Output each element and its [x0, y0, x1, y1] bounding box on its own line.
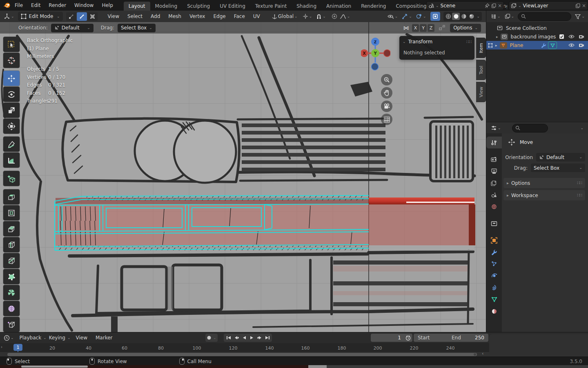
menu-vertex[interactable]: Vertex — [185, 11, 209, 22]
snap-toggle[interactable]: ⌄ — [315, 12, 327, 21]
spin-tool-button[interactable] — [3, 285, 20, 300]
chevron-down-icon[interactable]: ⌄ — [580, 126, 584, 130]
show-overlays-dropdown[interactable]: ⌄ — [415, 12, 428, 21]
menu-marker[interactable]: Marker — [91, 332, 116, 343]
preview-range-toggle[interactable] — [403, 334, 412, 342]
tab-physics[interactable] — [486, 270, 502, 282]
transform-orientation-dropdown[interactable]: Global ⌄ — [271, 12, 299, 21]
knife-tool-button[interactable] — [3, 253, 20, 268]
new-scene-icon[interactable] — [491, 3, 496, 8]
menu-add[interactable]: Add — [147, 11, 164, 22]
timeline-scrollbar[interactable] — [7, 353, 477, 356]
tab-constraints[interactable] — [486, 282, 502, 294]
menu-view[interactable]: View — [104, 11, 123, 22]
object-visibility-dropdown[interactable]: ⌄ — [386, 12, 399, 21]
options-dropdown[interactable]: Options ⌄ — [450, 24, 481, 32]
cursor-tool-button[interactable] — [3, 53, 20, 68]
mirror-icon[interactable]: ⋈ — [403, 25, 409, 31]
close-icon[interactable]: × — [498, 3, 502, 9]
mode-dropdown[interactable]: Edit Mode ⌄ — [18, 12, 63, 21]
workspace-tab-texture-paint[interactable]: Texture Paint — [250, 2, 292, 11]
tab-material[interactable] — [486, 305, 502, 317]
menu-face[interactable]: Face — [230, 11, 249, 22]
navigation-gizmo[interactable]: Z X Y — [361, 37, 390, 74]
workspace-panel-header[interactable]: ▸ Workspace ∷∷ — [503, 190, 585, 200]
disclosure-icon[interactable]: ▸ — [496, 35, 498, 39]
view-layer-selector[interactable]: ⌄ ViewLayer × — [509, 1, 588, 10]
rendered-shading-button[interactable] — [468, 13, 475, 20]
expand-region-arrow[interactable]: › — [1, 345, 2, 349]
menu-window[interactable]: Window — [70, 0, 98, 11]
solid-shading-button[interactable] — [452, 13, 460, 20]
orientation-dropdown[interactable]: Default ⌄ — [536, 153, 585, 162]
vertex-select-button[interactable] — [66, 12, 76, 21]
face-select-button[interactable] — [87, 12, 98, 21]
pan-hand-button[interactable] — [381, 87, 392, 99]
zoom-button[interactable] — [381, 74, 392, 85]
play-button[interactable] — [248, 334, 256, 341]
mirror-y-button[interactable]: Y — [420, 24, 427, 32]
menu-edit[interactable]: Edit — [27, 0, 45, 11]
properties-search-input[interactable] — [512, 124, 548, 132]
outliner-row-scene-collection[interactable]: Scene Collection — [486, 24, 588, 32]
workspace-tab-uv-editing[interactable]: UV Editing — [215, 2, 250, 11]
orthographic-grid-button[interactable] — [381, 114, 392, 125]
tab-particles[interactable] — [486, 258, 502, 270]
drag-dropdown[interactable]: Select Box ⌄ — [531, 164, 585, 172]
menu-keying[interactable]: Keying⌄ — [48, 333, 72, 342]
timeline-editor-dropdown[interactable]: ⌄ — [2, 333, 15, 342]
workspace-tab-shading[interactable]: Shading — [292, 2, 321, 11]
snap-path-icon[interactable] — [439, 24, 446, 31]
orientation-dropdown[interactable]: Default ⌄ — [51, 24, 94, 32]
menu-mesh[interactable]: Mesh — [164, 11, 185, 22]
randomize-tool-button[interactable] — [3, 317, 20, 332]
menu-render[interactable]: Render — [45, 0, 70, 11]
properties-editor-dropdown[interactable]: ⌄ — [490, 123, 502, 132]
menu-timeline-view[interactable]: View — [72, 332, 91, 343]
sidebar-tab-view[interactable]: View — [476, 82, 486, 102]
proportional-falloff-dropdown[interactable]: ⌄ — [339, 12, 352, 21]
disclosure-icon[interactable]: ▸ — [495, 43, 497, 47]
next-keyframe-button[interactable] — [256, 334, 263, 341]
jump-to-start-button[interactable] — [225, 334, 232, 341]
transform-panel-title[interactable]: Transform — [408, 39, 466, 45]
transform-tool-button[interactable] — [3, 119, 20, 134]
menu-playback[interactable]: Playback⌄ — [18, 333, 48, 342]
new-view-layer-icon[interactable] — [575, 3, 580, 8]
scale-tool-button[interactable] — [3, 103, 20, 118]
panel-drag-handle[interactable]: ∷∷ — [466, 39, 471, 45]
workspace-tab-rendering[interactable]: Rendering — [356, 2, 391, 11]
tweak-tool-button[interactable] — [3, 37, 20, 52]
playhead[interactable]: 1 — [13, 344, 22, 351]
edge-select-button[interactable] — [77, 12, 87, 21]
outliner-editor-dropdown[interactable]: ⌄ — [490, 12, 502, 21]
menu-file[interactable]: File — [11, 0, 27, 11]
collapse-region-arrow[interactable]: ‹ — [482, 351, 483, 356]
workspace-tab-sculpting[interactable]: Sculpting — [182, 2, 215, 11]
jump-to-end-button[interactable] — [263, 334, 271, 341]
camera-view-button[interactable] — [381, 101, 392, 112]
menu-select[interactable]: Select — [123, 11, 147, 22]
pivot-point-dropdown[interactable]: ⌄ — [301, 12, 314, 21]
extrude-region-tool-button[interactable] — [3, 189, 20, 204]
outliner-row-plane[interactable]: ▸ Plane — [486, 41, 588, 49]
workspace-tab-modeling[interactable]: Modeling — [150, 2, 183, 11]
workspace-tab-compositing[interactable]: Compositing — [391, 2, 431, 11]
menu-edge[interactable]: Edge — [209, 11, 229, 22]
xray-toggle[interactable] — [430, 12, 440, 21]
mirror-z-button[interactable]: Z — [428, 24, 434, 32]
workspace-tab-layout[interactable]: Layout — [124, 2, 150, 11]
wireframe-shading-button[interactable] — [444, 13, 452, 20]
add-cube-tool-button[interactable] — [3, 171, 20, 186]
sidebar-tab-tool[interactable]: Tool — [476, 60, 486, 80]
tab-world[interactable] — [486, 201, 502, 213]
tab-output[interactable] — [486, 165, 502, 177]
tab-scene[interactable] — [486, 189, 502, 201]
pin-icon[interactable] — [485, 3, 490, 8]
tab-object[interactable] — [486, 234, 502, 246]
outliner-search-input[interactable] — [518, 12, 571, 21]
mirror-x-button[interactable]: X — [412, 24, 419, 32]
hide-eye-icon[interactable] — [568, 43, 575, 47]
tab-data[interactable] — [486, 294, 502, 305]
options-panel-header[interactable]: ▸ Options ∷∷ — [503, 178, 585, 188]
